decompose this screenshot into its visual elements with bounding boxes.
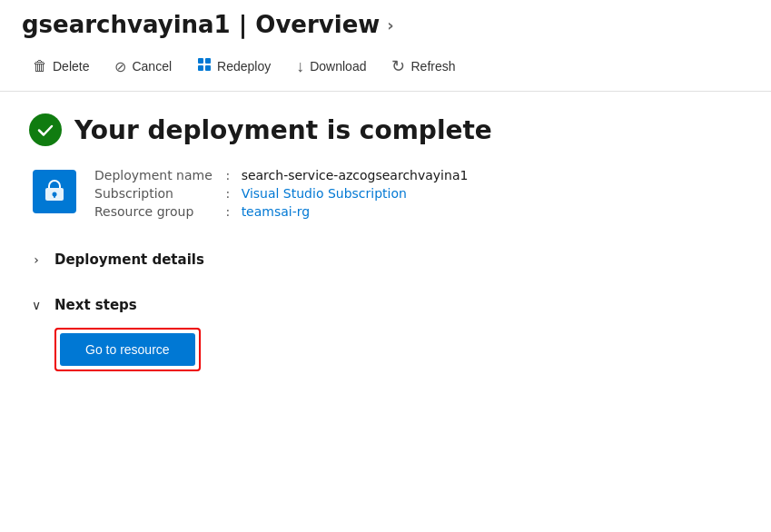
- deployment-service-icon: [33, 170, 76, 213]
- download-label: Download: [310, 59, 366, 74]
- deployment-fields: Deployment name : search-service-azcogse…: [94, 168, 468, 219]
- deployment-details-header[interactable]: › Deployment details: [29, 244, 742, 275]
- svg-rect-6: [54, 194, 55, 198]
- deployment-status-title: Your deployment is complete: [74, 115, 492, 145]
- title-chevron-icon: ›: [387, 15, 393, 34]
- deployment-name-value: search-service-azcogsearchvayina1: [242, 168, 469, 182]
- next-steps-chevron-icon: ∨: [29, 298, 44, 312]
- deployment-name-separator: :: [222, 168, 234, 182]
- resource-group-label: Resource group: [94, 204, 222, 219]
- redeploy-icon: [197, 57, 212, 75]
- redeploy-label: Redeploy: [217, 59, 271, 74]
- cancel-icon: ⊘: [114, 58, 126, 75]
- delete-button[interactable]: 🗑 Delete: [22, 53, 100, 80]
- subscription-label: Subscription: [94, 186, 222, 201]
- go-to-resource-wrapper: Go to resource: [54, 328, 201, 371]
- subscription-value[interactable]: Visual Studio Subscription: [242, 186, 407, 201]
- deployment-header: Your deployment is complete: [29, 113, 742, 146]
- deployment-details-chevron-icon: ›: [29, 252, 44, 267]
- svg-rect-0: [198, 58, 203, 64]
- toolbar: 🗑 Delete ⊘ Cancel Redeploy ↓ Download: [0, 44, 771, 92]
- success-icon: [29, 113, 62, 146]
- next-steps-content: Go to resource: [29, 320, 742, 371]
- resource-group-value[interactable]: teamsai-rg: [242, 204, 311, 219]
- subscription-row: Subscription : Visual Studio Subscriptio…: [94, 186, 468, 201]
- refresh-button[interactable]: ↻ Refresh: [381, 51, 466, 82]
- resource-group-separator: :: [222, 204, 234, 219]
- delete-label: Delete: [53, 59, 89, 74]
- subscription-separator: :: [222, 186, 234, 201]
- trash-icon: 🗑: [33, 58, 47, 74]
- svg-rect-1: [205, 58, 211, 64]
- svg-rect-2: [198, 65, 203, 71]
- download-button[interactable]: ↓ Download: [285, 52, 377, 82]
- next-steps-header[interactable]: ∨ Next steps: [29, 290, 742, 320]
- refresh-icon: ↻: [391, 56, 405, 76]
- download-icon: ↓: [296, 57, 304, 76]
- resource-group-row: Resource group : teamsai-rg: [94, 204, 468, 219]
- deployment-details-section: › Deployment details: [29, 244, 742, 275]
- deployment-details-title: Deployment details: [54, 251, 204, 268]
- next-steps-section: ∨ Next steps Go to resource: [29, 290, 742, 371]
- cancel-label: Cancel: [132, 59, 172, 74]
- title-bar: gsearchvayina1 | Overview ›: [0, 0, 771, 44]
- main-content: Your deployment is complete Deployment n…: [0, 92, 771, 408]
- deployment-name-label: Deployment name: [94, 168, 222, 182]
- cancel-button[interactable]: ⊘ Cancel: [104, 53, 183, 81]
- next-steps-title: Next steps: [54, 297, 137, 313]
- refresh-label: Refresh: [410, 59, 455, 74]
- go-to-resource-button[interactable]: Go to resource: [60, 333, 195, 366]
- page-container: gsearchvayina1 | Overview › 🗑 Delete ⊘ C…: [0, 0, 771, 408]
- deployment-info: Deployment name : search-service-azcogse…: [29, 168, 742, 219]
- svg-rect-3: [205, 65, 211, 71]
- page-title: gsearchvayina1 | Overview: [22, 11, 380, 38]
- deployment-name-row: Deployment name : search-service-azcogse…: [94, 168, 468, 182]
- redeploy-button[interactable]: Redeploy: [186, 52, 282, 81]
